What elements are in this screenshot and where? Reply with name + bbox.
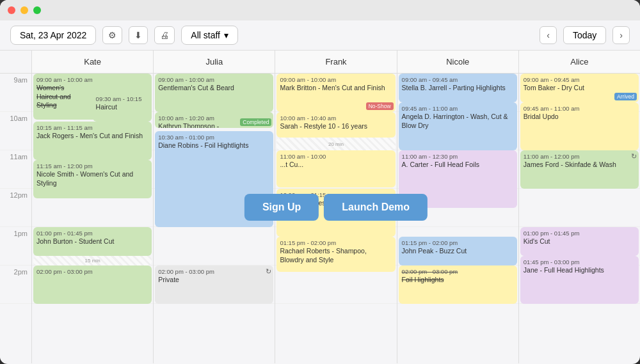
appt-nicole-5[interactable]: 02:00 pm - 03:00 pm Foil Highlights [399,265,517,304]
col-header-kate: Kate [32,51,153,74]
appt-kate-2[interactable]: 09:30 am - 10:15 Haircut [93,93,152,122]
demo-button[interactable]: Launch Demo [324,194,428,221]
time-10am: 10am [0,112,31,150]
prev-nav-button[interactable]: ‹ [540,26,557,44]
noshow-badge: No-Show [366,102,394,110]
col-body-nicole: 09:00 am - 09:45 am Stella B. Jarrell - … [397,74,518,304]
chevron-down-icon: ▾ [224,30,228,40]
appt-nicole-4[interactable]: 01:15 pm - 02:00 pm John Peak - Buzz Cut [399,237,517,265]
staff-select-label: All staff [191,30,220,40]
print-icon-button[interactable]: 🖨 [154,26,175,44]
col-body-kate: 09:00 am - 10:00 am Women'sHaircut andSt… [32,74,153,304]
maximize-dot[interactable] [33,6,41,14]
appt-kate-4[interactable]: 11:15 am - 12:00 pm Nicole Smith - Women… [33,160,152,198]
arrived-badge: Arrived [614,93,637,100]
refresh-icon-2: ↻ [631,152,637,161]
appt-nicole-1[interactable]: 09:00 am - 09:45 am Stella B. Jarrell - … [399,74,517,102]
appt-frank-gap: 20 min [276,138,395,150]
col-header-julia: Julia [154,51,275,74]
appt-frank-5[interactable]: 01:15 pm - 02:00 pm Rachael Roberts - Sh… [276,237,395,272]
titlebar [0,0,640,20]
overlay-buttons: Sign Up Launch Demo [244,194,428,221]
time-11am: 11am [0,150,31,189]
appt-julia-4[interactable]: 02:00 pm - 03:00 pm Private ↻ [155,265,273,304]
app-window: Sat, 23 Apr 2022 ⚙ ⬇ 🖨 All staff ▾ ‹ Tod… [0,0,640,364]
col-body-julia: 09:00 am - 10:00 am Gentleman's Cut & Be… [154,74,275,304]
refresh-icon: ↻ [266,267,271,276]
col-body-alice: 09:00 am - 09:45 am Tom Baker - Dry Cut … [519,74,640,304]
staff-col-kate: Kate 09:00 am - 10:00 am Women'sHaircut … [32,51,154,363]
appt-kate-gap: 15 min [33,256,152,265]
time-1pm: 1pm [0,227,31,265]
time-column: 9am 10am 11am 12pm 1pm 2pm [0,51,32,363]
completed-badge: Completed [240,118,271,126]
time-12pm: 12pm [0,189,31,227]
appt-kate-6[interactable]: 02:00 pm - 03:00 pm [33,265,152,304]
today-button[interactable]: Today [563,26,606,44]
col-header-alice: Alice [519,51,640,74]
staff-col-alice: Alice 09:00 am - 09:45 am Tom Baker - Dr… [519,51,640,363]
appt-nicole-2[interactable]: 09:45 am - 11:00 am Angela D. Harrington… [399,102,517,150]
appt-alice-1[interactable]: 09:00 am - 09:45 am Tom Baker - Dry Cut … [520,74,639,102]
filter-icon-button[interactable]: ⚙ [102,26,122,44]
sort-icon-button[interactable]: ⬇ [129,26,148,44]
appt-frank-3[interactable]: 11:00 am - 10:00 ...t Cu... [276,150,395,187]
calendar: 9am 10am 11am 12pm 1pm 2pm Kate 09:00 am… [0,51,640,363]
date-button[interactable]: Sat, 23 Apr 2022 [10,26,96,45]
col-body-frank: 09:00 am - 10:00 am Mark Britton - Men's… [275,74,396,304]
appt-kate-5[interactable]: 01:00 pm - 01:45 pm John Burton - Studen… [33,227,152,256]
appt-alice-3[interactable]: 11:00 am - 12:00 pm James Ford - Skinfad… [520,150,639,189]
col-header-nicole: Nicole [397,51,518,74]
appt-frank-1[interactable]: 09:00 am - 10:00 am Mark Britton - Men's… [276,74,395,112]
time-9am: 9am [0,74,31,112]
next-nav-button[interactable]: › [612,26,630,44]
staff-columns: Kate 09:00 am - 10:00 am Women'sHaircut … [32,51,640,363]
close-dot[interactable] [8,6,15,14]
appt-julia-1[interactable]: 09:00 am - 10:00 am Gentleman's Cut & Be… [155,74,273,112]
appt-alice-2[interactable]: 09:45 am - 11:00 am Bridal Updo [520,102,639,150]
toolbar: Sat, 23 Apr 2022 ⚙ ⬇ 🖨 All staff ▾ ‹ Tod… [0,20,640,51]
staff-select[interactable]: All staff ▾ [181,26,238,45]
signup-button[interactable]: Sign Up [244,194,319,221]
time-2pm: 2pm [0,265,31,304]
appt-julia-2[interactable]: 10:00 am - 10:20 am Kathryn Thompson - C… [155,112,273,128]
col-header-frank: Frank [275,51,396,74]
appt-frank-2[interactable]: 10:00 am - 10:40 am Sarah - Restyle 10 -… [276,112,395,138]
appt-kate-3[interactable]: 10:15 am - 11:15 am Jack Rogers - Men's … [33,122,152,160]
minimize-dot[interactable] [20,6,28,14]
appt-alice-4[interactable]: 01:00 pm - 01:45 pm Kid's Cut [520,227,639,256]
appt-alice-5[interactable]: 01:45 pm - 03:00 pm Jane - Full Head Hig… [520,256,639,304]
